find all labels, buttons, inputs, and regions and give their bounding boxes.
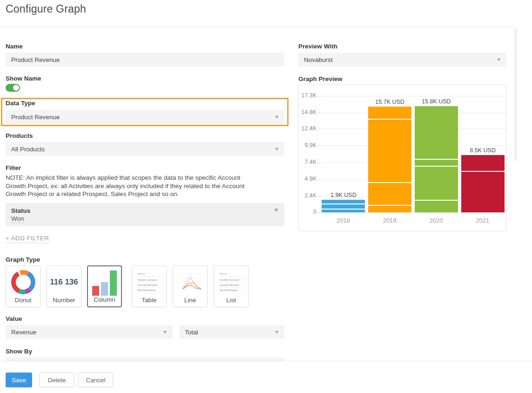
chevron-down-icon: ▼ — [274, 147, 280, 151]
chevron-down-icon: ▼ — [162, 330, 168, 334]
gridline — [320, 145, 506, 146]
graph-type-card-column[interactable]: Column — [87, 265, 122, 307]
stacked-bar-2019 — [368, 107, 411, 212]
stacked-bar-2021 — [461, 155, 505, 212]
y-axis-tick-label: 2.4K — [299, 192, 317, 199]
table-icon: Name Fredrik Jonsson George Brondin Henr… — [138, 272, 161, 293]
bar-total-label: 1.9K USD — [318, 192, 369, 198]
data-type-label: Data Type — [6, 100, 35, 107]
x-axis-tick-label: 2020 — [413, 217, 459, 224]
products-dropdown[interactable]: All Products ▼ — [6, 142, 284, 156]
number-sample-icon: 116 136 — [50, 278, 78, 287]
x-axis-tick-label: 2018 — [320, 217, 366, 224]
graph-type-card-number[interactable]: 116 136 Number — [47, 265, 81, 307]
graph-type-label: Graph Type — [6, 256, 40, 263]
tick-mark — [318, 96, 320, 96]
tick-mark — [318, 179, 320, 180]
bar-total-label: 8.5K USD — [457, 147, 508, 154]
segment-separator — [322, 203, 365, 204]
data-type-value: Product Revenue — [11, 114, 60, 121]
segment-separator — [415, 159, 458, 160]
line-chart-icon — [178, 271, 202, 294]
segment-separator — [415, 166, 458, 167]
gridline — [320, 129, 506, 129]
close-icon[interactable]: ✕ — [275, 207, 278, 212]
tick-mark — [318, 163, 320, 163]
tick-mark — [318, 145, 320, 146]
graph-type-card-list[interactable]: Name Fredrik Jonsson George Brondin Henr… — [214, 265, 249, 307]
stacked-bar-2020 — [415, 106, 458, 212]
chevron-down-icon: ▼ — [274, 115, 280, 119]
bar-total-label: 15.8K USD — [411, 98, 462, 105]
y-axis-tick-label: 12.4K — [299, 125, 317, 132]
y-axis-tick-label: 17.3K — [299, 92, 317, 99]
products-value: All Products — [11, 146, 45, 153]
name-label: Name — [6, 43, 23, 50]
column-chart-icon — [92, 270, 117, 296]
tick-mark — [318, 212, 320, 213]
header-divider — [0, 27, 514, 27]
chevron-down-icon: ▼ — [274, 330, 280, 334]
value-metric-dropdown[interactable]: Revenue ▼ — [6, 325, 173, 339]
show-name-toggle[interactable] — [6, 84, 20, 92]
segment-separator — [461, 171, 505, 172]
card-label: Table — [132, 297, 166, 304]
donut-chart-icon — [11, 270, 35, 294]
filter-chip-field: Status — [11, 207, 30, 214]
y-axis-tick-label: 7.4K — [299, 159, 317, 165]
show-by-label: Show By — [6, 348, 32, 355]
value-label: Value — [6, 315, 22, 322]
card-label: Line — [173, 297, 207, 304]
delete-button[interactable]: Delete — [39, 373, 74, 387]
x-axis-tick-label: 2019 — [367, 217, 413, 224]
segment-separator — [415, 200, 458, 201]
filter-label: Filter — [6, 164, 21, 171]
graph-type-card-line[interactable]: Line — [173, 265, 208, 307]
save-button[interactable]: Save — [6, 373, 32, 387]
footer-divider — [0, 361, 532, 361]
filter-note: NOTE: An implicit filter is always appli… — [6, 174, 261, 198]
name-input-value: Product Revenue — [11, 56, 60, 63]
preview-with-value: Novaburst — [304, 56, 333, 63]
card-label: Column — [88, 296, 121, 303]
filter-chip-value[interactable]: Won — [11, 215, 24, 223]
graph-type-card-table[interactable]: Name Fredrik Jonsson George Brondin Henr… — [132, 265, 167, 307]
y-axis-tick-label: 14.8K — [299, 109, 317, 115]
tick-mark — [318, 129, 320, 129]
y-axis-tick-label: 9.9K — [299, 142, 317, 149]
filter-chip-status: Status Won ✕ — [6, 203, 284, 226]
show-name-label: Show Name — [6, 75, 41, 82]
toggle-knob-icon — [13, 85, 19, 91]
x-axis-tick-label: 2021 — [459, 217, 505, 224]
chevron-down-icon: ▼ — [496, 58, 502, 62]
products-label: Products — [6, 132, 33, 139]
graph-type-card-donut[interactable]: Donut — [6, 265, 40, 307]
list-icon: Name Fredrik Jonsson George Brondin Henr… — [220, 272, 243, 293]
gridline — [320, 96, 506, 96]
bar-total-label: 15.7K USD — [364, 99, 416, 105]
card-label: Donut — [6, 297, 40, 304]
page-title: Configure Graph — [6, 3, 86, 15]
name-input[interactable]: Product Revenue — [6, 53, 284, 67]
y-axis-tick-label: 4.9K — [299, 176, 317, 182]
graph-preview-chart: 02.4K4.9K7.4K9.9K12.4K14.8K17.3K1.9K USD… — [298, 84, 506, 231]
segment-separator — [368, 119, 411, 120]
value-aggregate: Total — [185, 329, 198, 336]
preview-with-dropdown[interactable]: Novaburst ▼ — [298, 53, 506, 67]
stacked-bar-2018 — [322, 200, 365, 212]
cancel-button[interactable]: Cancel — [78, 373, 113, 387]
tick-mark — [318, 113, 320, 113]
vertical-scrollbar-thumb[interactable] — [514, 28, 517, 161]
value-aggregate-dropdown[interactable]: Total ▼ — [179, 325, 284, 339]
card-label: Number — [47, 297, 81, 304]
card-label: List — [214, 297, 248, 304]
data-type-dropdown[interactable]: Product Revenue ▼ — [6, 110, 284, 124]
value-metric: Revenue — [11, 329, 36, 336]
gridline — [320, 113, 506, 113]
preview-with-label: Preview With — [298, 43, 337, 50]
segment-separator — [368, 182, 411, 183]
segment-separator — [368, 205, 411, 206]
segment-separator — [322, 209, 365, 210]
add-filter-link[interactable]: + ADD FILTER — [6, 235, 49, 243]
graph-preview-label: Graph Preview — [298, 75, 343, 82]
